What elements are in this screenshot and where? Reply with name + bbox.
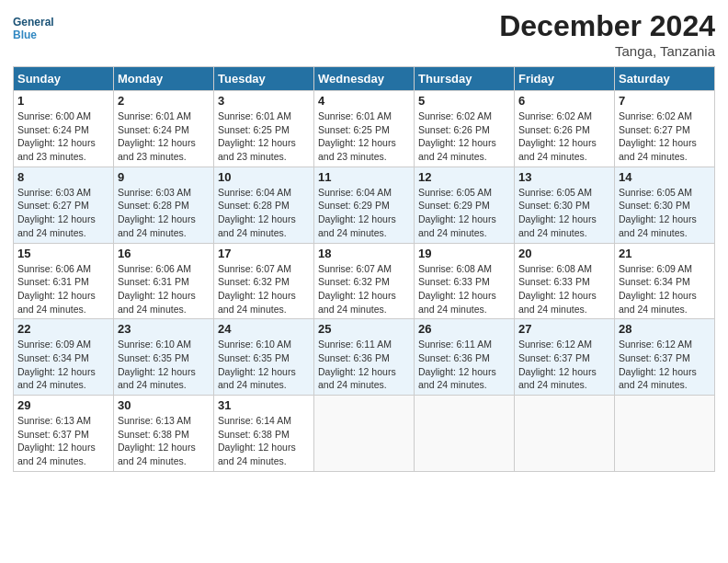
day-number: 5 (418, 94, 510, 108)
day-detail: Sunrise: 6:13 AMSunset: 6:37 PMDaylight:… (17, 415, 96, 466)
day-number: 19 (418, 247, 510, 260)
table-row: 27 Sunrise: 6:12 AMSunset: 6:37 PMDaylig… (515, 319, 615, 396)
table-row: 15 Sunrise: 6:06 AMSunset: 6:31 PMDaylig… (14, 243, 114, 319)
calendar-header-row: Sunday Monday Tuesday Wednesday Thursday… (14, 67, 715, 91)
table-row: 22 Sunrise: 6:09 AMSunset: 6:34 PMDaylig… (14, 319, 114, 396)
day-number: 14 (619, 170, 711, 184)
day-number: 7 (619, 94, 711, 108)
day-number: 2 (118, 94, 210, 108)
day-detail: Sunrise: 6:09 AMSunset: 6:34 PMDaylight:… (17, 339, 96, 390)
table-row: 5 Sunrise: 6:02 AMSunset: 6:26 PMDayligh… (415, 91, 515, 167)
table-row: 21 Sunrise: 6:09 AMSunset: 6:34 PMDaylig… (615, 243, 715, 319)
table-row: 1 Sunrise: 6:00 AMSunset: 6:24 PMDayligh… (14, 91, 114, 167)
logo: General Blue (13, 9, 59, 46)
day-detail: Sunrise: 6:12 AMSunset: 6:37 PMDaylight:… (619, 339, 697, 390)
day-detail: Sunrise: 6:01 AMSunset: 6:24 PMDaylight:… (118, 110, 196, 162)
table-row: 13 Sunrise: 6:05 AMSunset: 6:30 PMDaylig… (515, 167, 615, 243)
day-number: 1 (17, 94, 109, 108)
day-number: 29 (17, 398, 109, 412)
title-block: December 2024 Tanga, Tanzania (499, 9, 715, 59)
day-detail: Sunrise: 6:11 AMSunset: 6:36 PMDaylight:… (318, 339, 396, 390)
col-tuesday: Tuesday (214, 67, 314, 91)
table-row: 23 Sunrise: 6:10 AMSunset: 6:35 PMDaylig… (114, 319, 214, 396)
day-number: 30 (118, 398, 210, 412)
day-number: 24 (218, 322, 310, 336)
day-detail: Sunrise: 6:11 AMSunset: 6:36 PMDaylight:… (418, 339, 496, 390)
page-container: General Blue December 2024 Tanga, Tanzan… (0, 0, 728, 481)
table-row: 29 Sunrise: 6:13 AMSunset: 6:37 PMDaylig… (14, 396, 114, 472)
day-detail: Sunrise: 6:02 AMSunset: 6:27 PMDaylight:… (619, 110, 697, 162)
day-detail: Sunrise: 6:05 AMSunset: 6:29 PMDaylight:… (418, 187, 496, 238)
day-detail: Sunrise: 6:03 AMSunset: 6:28 PMDaylight:… (118, 187, 196, 238)
table-row: 7 Sunrise: 6:02 AMSunset: 6:27 PMDayligh… (615, 91, 715, 167)
page-header: General Blue December 2024 Tanga, Tanzan… (13, 9, 715, 59)
day-detail: Sunrise: 6:06 AMSunset: 6:31 PMDaylight:… (118, 263, 196, 315)
day-detail: Sunrise: 6:05 AMSunset: 6:30 PMDaylight:… (518, 187, 597, 238)
day-detail: Sunrise: 6:08 AMSunset: 6:33 PMDaylight:… (418, 263, 496, 315)
table-row: 25 Sunrise: 6:11 AMSunset: 6:36 PMDaylig… (314, 319, 415, 396)
day-detail: Sunrise: 6:04 AMSunset: 6:28 PMDaylight:… (218, 187, 296, 238)
day-number: 26 (418, 322, 510, 336)
day-number: 23 (118, 322, 210, 336)
day-number: 3 (218, 94, 310, 108)
day-detail: Sunrise: 6:07 AMSunset: 6:32 PMDaylight:… (218, 263, 296, 315)
col-saturday: Saturday (615, 67, 715, 91)
table-row: 4 Sunrise: 6:01 AMSunset: 6:25 PMDayligh… (314, 91, 415, 167)
day-detail: Sunrise: 6:04 AMSunset: 6:29 PMDaylight:… (318, 187, 396, 238)
table-row: 17 Sunrise: 6:07 AMSunset: 6:32 PMDaylig… (214, 243, 314, 319)
day-detail: Sunrise: 6:02 AMSunset: 6:26 PMDaylight:… (518, 110, 597, 162)
table-row: 9 Sunrise: 6:03 AMSunset: 6:28 PMDayligh… (114, 167, 214, 243)
day-detail: Sunrise: 6:02 AMSunset: 6:26 PMDaylight:… (418, 110, 496, 162)
table-row: 3 Sunrise: 6:01 AMSunset: 6:25 PMDayligh… (214, 91, 314, 167)
day-number: 22 (17, 322, 109, 336)
table-row: 16 Sunrise: 6:06 AMSunset: 6:31 PMDaylig… (114, 243, 214, 319)
calendar-table: Sunday Monday Tuesday Wednesday Thursday… (13, 66, 715, 472)
col-friday: Friday (515, 67, 615, 91)
table-row: 24 Sunrise: 6:10 AMSunset: 6:35 PMDaylig… (214, 319, 314, 396)
svg-text:General: General (13, 16, 54, 29)
day-number: 11 (318, 170, 410, 184)
col-wednesday: Wednesday (314, 67, 415, 91)
day-detail: Sunrise: 6:06 AMSunset: 6:31 PMDaylight:… (17, 263, 96, 315)
table-row: 2 Sunrise: 6:01 AMSunset: 6:24 PMDayligh… (114, 91, 214, 167)
day-number: 31 (218, 398, 310, 412)
day-number: 17 (218, 247, 310, 260)
col-sunday: Sunday (14, 67, 114, 91)
day-number: 27 (518, 322, 610, 336)
table-row: 14 Sunrise: 6:05 AMSunset: 6:30 PMDaylig… (615, 167, 715, 243)
day-detail: Sunrise: 6:14 AMSunset: 6:38 PMDaylight:… (218, 415, 296, 466)
day-number: 21 (619, 247, 711, 260)
col-monday: Monday (114, 67, 214, 91)
day-detail: Sunrise: 6:10 AMSunset: 6:35 PMDaylight:… (218, 339, 296, 390)
day-detail: Sunrise: 6:03 AMSunset: 6:27 PMDaylight:… (17, 187, 96, 238)
table-row (615, 396, 715, 472)
table-row: 6 Sunrise: 6:02 AMSunset: 6:26 PMDayligh… (515, 91, 615, 167)
logo-svg: General Blue (13, 9, 59, 46)
day-number: 28 (619, 322, 711, 336)
table-row: 31 Sunrise: 6:14 AMSunset: 6:38 PMDaylig… (214, 396, 314, 472)
day-number: 15 (17, 247, 109, 260)
day-number: 20 (518, 247, 610, 260)
day-detail: Sunrise: 6:13 AMSunset: 6:38 PMDaylight:… (118, 415, 196, 466)
table-row (314, 396, 415, 472)
day-detail: Sunrise: 6:09 AMSunset: 6:34 PMDaylight:… (619, 263, 697, 315)
day-detail: Sunrise: 6:01 AMSunset: 6:25 PMDaylight:… (318, 110, 396, 162)
table-row: 19 Sunrise: 6:08 AMSunset: 6:33 PMDaylig… (415, 243, 515, 319)
day-number: 13 (518, 170, 610, 184)
table-row: 30 Sunrise: 6:13 AMSunset: 6:38 PMDaylig… (114, 396, 214, 472)
table-row: 11 Sunrise: 6:04 AMSunset: 6:29 PMDaylig… (314, 167, 415, 243)
day-number: 16 (118, 247, 210, 260)
day-number: 12 (418, 170, 510, 184)
day-number: 18 (318, 247, 410, 260)
location: Tanga, Tanzania (499, 43, 715, 59)
day-number: 25 (318, 322, 410, 336)
day-detail: Sunrise: 6:10 AMSunset: 6:35 PMDaylight:… (118, 339, 196, 390)
day-detail: Sunrise: 6:00 AMSunset: 6:24 PMDaylight:… (17, 110, 96, 162)
day-detail: Sunrise: 6:01 AMSunset: 6:25 PMDaylight:… (218, 110, 296, 162)
table-row (515, 396, 615, 472)
table-row: 12 Sunrise: 6:05 AMSunset: 6:29 PMDaylig… (415, 167, 515, 243)
day-detail: Sunrise: 6:08 AMSunset: 6:33 PMDaylight:… (518, 263, 597, 315)
day-number: 9 (118, 170, 210, 184)
table-row (415, 396, 515, 472)
col-thursday: Thursday (415, 67, 515, 91)
